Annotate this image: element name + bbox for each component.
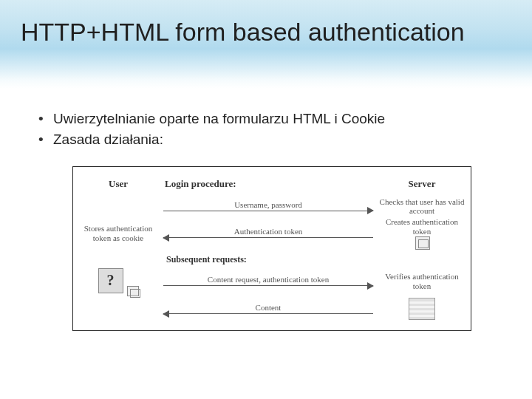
server-note: Checks that user has valid account [378, 197, 466, 216]
server-note: Verifies authentication token [378, 272, 466, 290]
token-icon [415, 236, 430, 250]
content-icon [409, 298, 435, 320]
cookie-icon [127, 286, 139, 296]
user-note: Stores authentication token as cookie [78, 224, 159, 242]
slide-title: HTTP+HTML form based authentication [21, 18, 511, 47]
step-1: Username, password Checks that user has … [78, 195, 466, 217]
arrow-left-icon [163, 237, 373, 238]
header-subsequent: Subsequent requests: [78, 254, 466, 265]
bullet-list: Uwierzytelnianie oparte na formularzu HT… [38, 109, 505, 149]
arrow-right-icon [163, 285, 373, 286]
slide: HTTP+HTML form based authentication Uwie… [0, 0, 532, 399]
bullet-item: Uwierzytelnianie oparte na formularzu HT… [38, 109, 505, 129]
header-server: Server [378, 178, 466, 190]
arrow-caption: Username, password [159, 200, 378, 209]
arrow-left-icon [163, 313, 373, 314]
step-3: Content request, authentication token Ve… [78, 267, 466, 296]
slide-header: HTTP+HTML form based authentication [0, 0, 532, 89]
step-4: Content [78, 296, 466, 323]
auth-diagram: User Login procedure: Server Username, p… [78, 173, 466, 323]
diagram-header-row: User Login procedure: Server [78, 173, 466, 195]
unknown-user-icon [98, 268, 123, 293]
arrow-right-icon [163, 211, 373, 211]
arrow-caption: Authentication token [159, 227, 378, 236]
step-2: Stores authentication token as cookie Au… [78, 217, 466, 249]
server-note: Creates authentication token [378, 217, 466, 236]
header-user: User [78, 178, 159, 190]
arrow-caption: Content request, authentication token [159, 275, 378, 284]
diagram-container: User Login procedure: Server Username, p… [72, 166, 471, 331]
bullet-item: Zasada działania: [38, 130, 505, 149]
arrow-caption: Content [159, 303, 378, 312]
slide-body: Uwierzytelnianie oparte na formularzu HT… [0, 89, 532, 331]
header-login: Login procedure: [159, 178, 378, 190]
